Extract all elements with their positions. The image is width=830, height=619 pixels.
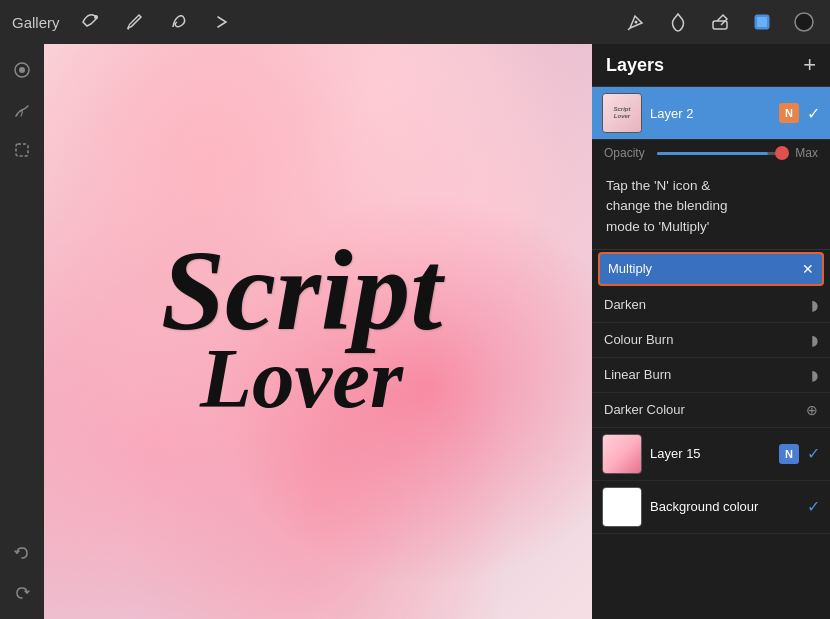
add-layer-button[interactable]: + [803,54,816,76]
toolbar-right [622,8,818,36]
main-area: Script Script Script Lover Layers + Scri… [0,44,830,619]
darken-icon: ◗ [811,297,818,313]
toolbar-left: Gallery [12,8,236,36]
opacity-slider[interactable] [657,152,787,155]
colour-burn-label: Colour Burn [604,332,673,347]
background-colour-item[interactable]: Background colour ✓ [592,481,830,534]
background-thumbnail [602,487,642,527]
layer-2-item[interactable]: ScriptLover Layer 2 N ✓ [592,87,830,140]
square-select-tool[interactable] [6,134,38,166]
darken-label: Darken [604,297,646,312]
layer-2-visibility-check[interactable]: ✓ [807,104,820,123]
instruction-text: Tap the 'N' icon &change the blendingmod… [606,176,816,237]
svg-rect-8 [16,144,28,156]
svg-point-7 [19,67,25,73]
layer-15-thumbnail-inner [603,435,641,473]
layer-15-visibility-check[interactable]: ✓ [807,444,820,463]
layer-15-blend-badge[interactable]: N [779,444,799,464]
canvas-area[interactable]: Script Script Script Lover [44,44,592,619]
arrow-icon[interactable] [208,8,236,36]
background-thumbnail-inner [603,488,641,526]
left-tools [0,44,44,619]
smudge-tool[interactable] [6,94,38,126]
opacity-row: Opacity Max [592,140,830,166]
layer-2-thumbnail-inner: ScriptLover [603,94,641,132]
right-panel: Layers + ScriptLover Layer 2 N ✓ Opacity… [592,44,830,619]
opacity-slider-thumb[interactable] [775,146,789,160]
blend-mode-colour-burn[interactable]: Colour Burn ◗ [592,323,830,358]
layer-15-thumbnail [602,434,642,474]
svg-point-0 [94,15,98,19]
layers-title: Layers [606,55,664,76]
watercolor-background [44,44,592,619]
color-circle-icon[interactable] [790,8,818,36]
blend-mode-list: Multiply ✕ Darken ◗ Colour Burn ◗ Linear… [592,250,830,428]
svg-point-5 [795,13,813,31]
instruction-box: Tap the 'N' icon &change the blendingmod… [592,166,830,250]
layers-header: Layers + [592,44,830,87]
layer-2-blend-badge[interactable]: N [779,103,799,123]
linear-burn-icon: ◗ [811,367,818,383]
linear-burn-label: Linear Burn [604,367,671,382]
undo-tool[interactable] [6,537,38,569]
layer-2-thumbnail: ScriptLover [602,93,642,133]
pen-nib-icon[interactable] [622,8,650,36]
toolbar: Gallery [0,0,830,44]
opacity-max-label: Max [795,146,818,160]
opacity-slider-fill [657,152,768,155]
blend-mode-linear-burn[interactable]: Linear Burn ◗ [592,358,830,393]
layer-2-name: Layer 2 [650,106,771,121]
opacity-label: Opacity [604,146,649,160]
svg-point-1 [635,21,638,24]
layer-15-item[interactable]: Layer 15 N ✓ [592,428,830,481]
background-colour-name: Background colour [650,499,799,514]
multiply-icon: ✕ [802,261,814,277]
svg-rect-4 [757,17,767,27]
brush-alt-icon[interactable] [120,8,148,36]
darker-colour-label: Darker Colour [604,402,685,417]
blend-mode-darken[interactable]: Darken ◗ [592,288,830,323]
modify-icon[interactable] [76,8,104,36]
background-visibility-check[interactable]: ✓ [807,497,820,516]
gallery-button[interactable]: Gallery [12,14,60,31]
redo-tool[interactable] [6,577,38,609]
multiply-label: Multiply [608,261,652,276]
brush-size-tool[interactable] [6,54,38,86]
ink-icon[interactable] [664,8,692,36]
svg-rect-2 [713,21,727,29]
colour-burn-icon: ◗ [811,332,818,348]
layer-15-name: Layer 15 [650,446,771,461]
blend-mode-multiply[interactable]: Multiply ✕ [598,252,824,286]
blend-mode-darker-colour[interactable]: Darker Colour ⊕ [592,393,830,428]
darker-colour-icon: ⊕ [806,402,818,418]
script-icon[interactable] [164,8,192,36]
eraser-icon[interactable] [706,8,734,36]
layers-panel-icon[interactable] [748,8,776,36]
